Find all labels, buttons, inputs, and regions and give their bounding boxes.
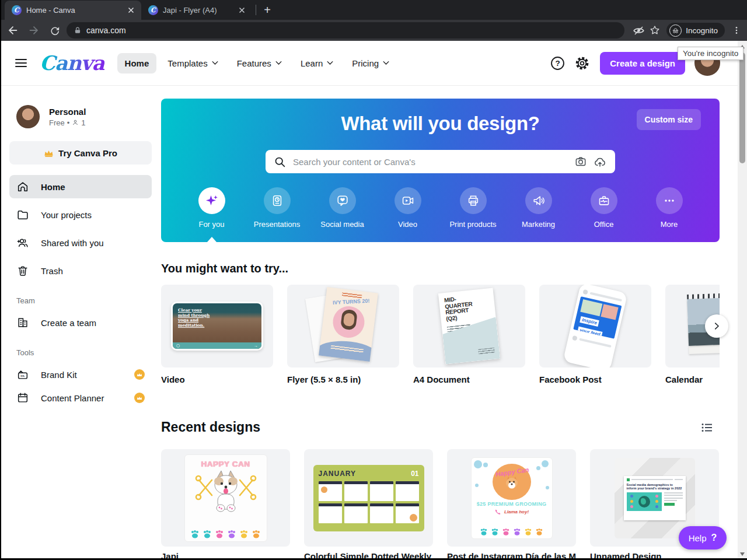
sidebar-item-your-projects[interactable]: Your projects <box>9 203 152 226</box>
sparkle-icon <box>198 187 225 214</box>
chevron-down-icon <box>212 61 218 65</box>
pro-crown-badge <box>134 369 145 380</box>
buildings-icon <box>16 316 29 329</box>
paw-row <box>472 528 552 536</box>
category-print-products[interactable]: Print products <box>445 187 501 229</box>
scrollbar-thumb[interactable] <box>739 52 745 163</box>
team-section-label: Team <box>16 296 152 305</box>
recent-card-weekly-calendar[interactable]: JANUARY 01 <box>304 449 433 560</box>
sidebar-item-shared-with-you[interactable]: Shared with you <box>9 231 152 254</box>
reload-icon[interactable] <box>47 22 63 38</box>
tab-close-icon[interactable] <box>237 6 246 15</box>
category-marketing[interactable]: Marketing <box>511 187 567 229</box>
help-circle-icon[interactable]: ? <box>549 54 566 72</box>
nav-templates[interactable]: Templates <box>160 53 225 74</box>
tab-strip: C Home - Canva C Japi - Flyer (A4) + <box>0 0 747 20</box>
window-edge-left <box>0 0 1 560</box>
nav-home[interactable]: Home <box>117 53 157 74</box>
hamburger-menu-icon[interactable] <box>15 59 27 67</box>
recent-card-instagram-post[interactable]: Happy Can $25 PREMIUM GROOMING <box>447 449 576 560</box>
scroll-down-arrow[interactable] <box>740 552 745 556</box>
incognito-icon <box>669 24 682 37</box>
presentation-icon <box>264 187 291 214</box>
recent-card-row: HAPPY CAN <box>161 449 720 560</box>
tab-home-canva[interactable]: C Home - Canva <box>5 1 141 20</box>
sidebar-item-brand-kit[interactable]: co. Brand Kit <box>9 363 152 386</box>
settings-gear-icon[interactable] <box>573 54 591 72</box>
profile-name: Personal <box>49 107 86 117</box>
video-thumbnail: Clear your mind through yoga and meditat… <box>161 285 273 368</box>
new-tab-button[interactable]: + <box>260 2 275 18</box>
sidebar: Personal Free• 1 Try Canva Pro Home Your… <box>0 85 161 560</box>
custom-size-button[interactable]: Custom size <box>637 109 701 130</box>
nav-learn[interactable]: Learn <box>293 53 341 74</box>
svg-text:co.: co. <box>20 374 25 377</box>
search-input[interactable] <box>292 156 568 167</box>
tab-close-icon[interactable] <box>126 6 135 15</box>
recent-card-japi[interactable]: HAPPY CAN <box>161 449 290 560</box>
tab-japi-flyer[interactable]: C Japi - Flyer (A4) <box>141 1 252 20</box>
category-for-you[interactable]: For you <box>184 187 240 229</box>
category-row: For you Presentations Social media <box>183 187 697 229</box>
camera-icon[interactable] <box>574 156 587 167</box>
menu-kebab-icon[interactable] <box>728 22 745 38</box>
browser-toolbar: canva.com Incognito <box>0 20 747 41</box>
bookmark-star-icon[interactable] <box>647 22 663 38</box>
eye-off-icon[interactable] <box>630 22 647 38</box>
weekly-calendar-thumbnail: JANUARY 01 <box>304 449 433 547</box>
category-presentations[interactable]: Presentations <box>249 187 305 229</box>
help-button[interactable]: Help ? <box>679 526 727 550</box>
category-more[interactable]: More <box>641 187 697 229</box>
category-office[interactable]: Office <box>576 187 632 229</box>
printer-icon <box>460 187 487 214</box>
main-nav: Home Templates Features Learn Pricing <box>117 53 397 74</box>
sidebar-item-trash[interactable]: Trash <box>9 259 152 282</box>
tools-section-label: Tools <box>16 348 152 357</box>
canva-header: Canva Home Templates Features Learn Pric… <box>0 41 747 86</box>
recent-section-title: Recent designs <box>161 419 260 435</box>
category-social-media[interactable]: Social media <box>315 187 371 229</box>
phone-icon <box>494 509 501 516</box>
try-card-video[interactable]: Clear your mind through yoga and meditat… <box>161 285 273 384</box>
category-video[interactable]: Video <box>380 187 436 229</box>
try-card-row: Clear your mind through yoga and meditat… <box>161 285 720 384</box>
carousel-next-button[interactable] <box>705 314 728 338</box>
create-design-button[interactable]: Create a design <box>600 52 685 75</box>
ellipsis-icon <box>656 187 683 214</box>
try-card-a4-document[interactable]: MID- QUARTER REPORT (Q2) A4 Document <box>413 285 525 384</box>
nav-features[interactable]: Features <box>229 53 289 74</box>
active-category-caret <box>207 237 217 242</box>
sidebar-nav: Home Your projects Shared with you Trash <box>9 175 152 282</box>
a4-thumbnail: MID- QUARTER REPORT (Q2) <box>413 285 525 368</box>
tab-title: Home - Canva <box>26 6 121 15</box>
megaphone-icon <box>525 187 552 214</box>
address-bar[interactable]: canva.com <box>67 22 624 38</box>
list-view-icon[interactable] <box>701 423 713 432</box>
instagram-thumbnail: Happy Can $25 PREMIUM GROOMING <box>447 449 576 547</box>
back-icon[interactable] <box>5 22 21 38</box>
sidebar-item-home[interactable]: Home <box>9 175 152 198</box>
svg-text:?: ? <box>555 59 560 68</box>
page-scrollbar[interactable] <box>738 41 747 560</box>
chevron-down-icon <box>383 61 389 65</box>
upload-cloud-icon[interactable] <box>593 156 607 168</box>
people-plus-icon <box>16 236 29 249</box>
chevron-down-icon <box>327 61 333 65</box>
chevron-right-icon <box>711 321 722 331</box>
try-section-title: You might want to try... <box>161 262 720 275</box>
sidebar-item-create-team[interactable]: Create a team <box>9 311 152 334</box>
main-content: What will you design? Custom size For yo… <box>161 85 720 560</box>
try-card-facebook-post[interactable]: Inspire your feed Facebook Post <box>539 285 651 384</box>
tab-divider <box>256 5 256 15</box>
hero-search-bar[interactable] <box>266 150 615 173</box>
canva-logo[interactable]: Canva <box>40 51 104 75</box>
heart-bubble-icon <box>329 187 356 214</box>
facebook-thumbnail: Inspire your feed <box>539 285 651 368</box>
sidebar-item-content-planner[interactable]: Content Planner <box>9 386 152 410</box>
try-canva-pro-button[interactable]: Try Canva Pro <box>9 141 152 164</box>
chevron-down-icon <box>275 61 282 65</box>
try-card-flyer[interactable]: IVY TURNS 20! Flyer (5.5 × 8.5 in) <box>287 285 399 384</box>
nav-pricing[interactable]: Pricing <box>344 53 397 74</box>
profile-block[interactable]: Personal Free• 1 <box>16 105 152 128</box>
forward-icon[interactable] <box>26 22 42 38</box>
